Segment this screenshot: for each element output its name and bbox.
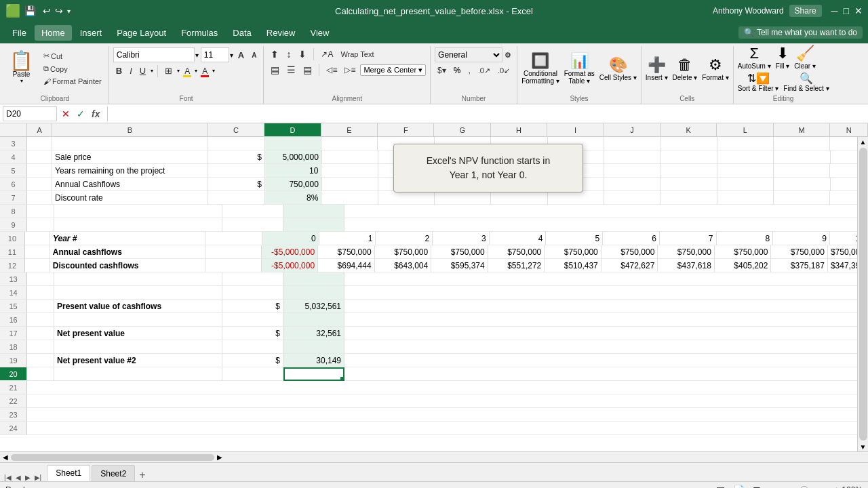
cell-J6[interactable] — [604, 178, 660, 191]
number-format-settings-icon[interactable]: ⚙ — [505, 51, 511, 60]
shrink-font-button[interactable]: A — [249, 50, 259, 60]
menu-page-layout[interactable]: Page Layout — [110, 25, 173, 41]
scroll-up-button[interactable]: ▲ — [859, 137, 868, 146]
scroll-right-button[interactable]: ▶ — [217, 453, 222, 461]
cell-G12[interactable]: $595,374 — [431, 259, 488, 272]
col-header-J[interactable]: J — [604, 123, 660, 136]
underline-button[interactable]: U — [137, 64, 149, 77]
indent-dec-button[interactable]: ◁≡ — [323, 64, 340, 76]
cell-A15[interactable] — [27, 300, 54, 313]
cell-rest-22[interactable] — [27, 394, 868, 408]
cell-M7[interactable] — [774, 191, 830, 205]
cell-A5[interactable] — [27, 164, 52, 178]
font-color-button[interactable]: A — [199, 65, 210, 77]
cell-B5[interactable]: Years remaining on the project — [52, 164, 208, 178]
cell-C19[interactable]: $ — [222, 354, 283, 367]
decimal-dec-button[interactable]: .0↙ — [495, 65, 513, 77]
paste-button[interactable]: 📋 Paste ▾ — [5, 50, 37, 85]
col-header-N[interactable]: N — [830, 123, 868, 136]
align-middle-button[interactable]: ↕ — [283, 47, 294, 61]
cell-E3[interactable] — [321, 137, 378, 150]
cell-J12[interactable]: $472,627 — [601, 259, 658, 272]
cell-reference-box[interactable]: D20 — [3, 106, 57, 121]
undo-icon[interactable]: ↩ — [43, 5, 51, 16]
underline-dropdown-icon[interactable]: ▾ — [151, 68, 153, 74]
cell-C13[interactable] — [222, 272, 283, 286]
cell-L5[interactable] — [717, 164, 774, 178]
cell-B7[interactable]: Discount rate — [52, 191, 208, 205]
formula-cancel-icon[interactable]: ✕ — [60, 108, 72, 119]
cell-A7[interactable] — [27, 191, 52, 205]
align-bottom-button[interactable]: ⬇ — [296, 47, 309, 61]
fill-handle[interactable] — [340, 377, 344, 381]
cell-D6[interactable]: 750,000 — [265, 178, 322, 191]
formula-fx-icon[interactable]: fx — [90, 108, 102, 119]
scroll-thumb-h[interactable] — [11, 454, 214, 461]
scroll-thumb[interactable] — [859, 148, 867, 441]
col-header-A[interactable]: A — [27, 123, 52, 136]
cell-D10[interactable]: 0 — [262, 232, 319, 245]
row-num-9[interactable]: 9 — [0, 218, 27, 232]
row-num-7[interactable]: 7 — [0, 191, 27, 205]
cell-E4[interactable] — [322, 150, 378, 164]
redo-icon[interactable]: ↪ — [55, 5, 63, 16]
cell-D8[interactable] — [283, 205, 344, 218]
cell-A9[interactable] — [27, 218, 54, 232]
align-center-button[interactable]: ☰ — [284, 63, 298, 77]
row-num-18[interactable]: 18 — [0, 340, 27, 354]
cell-E12[interactable]: $694,444 — [318, 259, 375, 272]
sheet-nav-last[interactable]: ▶| — [33, 474, 43, 481]
cell-B20[interactable] — [54, 367, 222, 381]
cell-F10[interactable]: 2 — [376, 232, 433, 245]
cell-rest-16[interactable] — [344, 313, 868, 327]
sheet-nav-prev[interactable]: ◀ — [14, 474, 22, 481]
row-num-6[interactable]: 6 — [0, 178, 27, 191]
cell-A14[interactable] — [27, 286, 54, 300]
cell-C15[interactable]: $ — [222, 300, 283, 313]
row-num-19[interactable]: 19 — [0, 354, 27, 367]
cell-B14[interactable] — [54, 286, 222, 300]
cell-A18[interactable] — [27, 340, 54, 354]
cut-button[interactable]: ✂ Cut — [41, 50, 104, 62]
cell-D14[interactable] — [283, 286, 344, 300]
align-top-button[interactable]: ⬆ — [268, 47, 281, 61]
font-name-input[interactable] — [113, 47, 195, 62]
autosum-button[interactable]: Σ AutoSum ▾ — [738, 45, 771, 70]
cell-C18[interactable] — [222, 340, 283, 354]
sort-filter-button[interactable]: ⇅🔽 Sort & Filter ▾ — [738, 72, 779, 92]
cell-D13[interactable] — [283, 272, 344, 286]
cell-A8[interactable] — [27, 205, 54, 218]
col-header-D[interactable]: D — [264, 123, 321, 136]
col-header-M[interactable]: M — [774, 123, 830, 136]
fill-button[interactable]: ⬇ Fill ▾ — [776, 45, 790, 70]
cell-B4[interactable]: Sale price — [52, 150, 208, 164]
cell-rest-15[interactable] — [344, 300, 868, 313]
cell-D7[interactable]: 8% — [265, 191, 322, 205]
cell-L4[interactable] — [717, 150, 774, 164]
border-button[interactable]: ⊞ — [162, 64, 175, 77]
cell-I12[interactable]: $510,437 — [545, 259, 601, 272]
cell-L3[interactable] — [717, 137, 774, 150]
clear-button[interactable]: 🧹 Clear ▾ — [794, 45, 816, 70]
col-header-L[interactable]: L — [717, 123, 773, 136]
share-button[interactable]: Share — [789, 5, 822, 17]
menu-data[interactable]: Data — [226, 25, 258, 41]
page-layout-view-icon[interactable]: 📄 — [733, 485, 745, 489]
cell-A17[interactable] — [27, 327, 54, 340]
menu-home[interactable]: Home — [35, 25, 72, 41]
cell-B10[interactable]: Year # — [50, 232, 205, 245]
restore-icon[interactable]: □ — [844, 5, 849, 16]
accounting-format-button[interactable]: $▾ — [435, 64, 449, 77]
cell-K3[interactable] — [660, 137, 717, 150]
row-num-20[interactable]: 20 — [0, 367, 27, 381]
indent-inc-button[interactable]: ▷≡ — [342, 64, 358, 76]
row-num-8[interactable]: 8 — [0, 205, 27, 218]
cell-C6[interactable]: $ — [208, 178, 265, 191]
font-size-input[interactable] — [201, 47, 229, 62]
format-button[interactable]: ⚙ Format ▾ — [702, 56, 728, 81]
row-num-13[interactable]: 13 — [0, 272, 27, 286]
row-num-12[interactable]: 12 — [0, 259, 25, 272]
cell-L7[interactable] — [717, 191, 774, 205]
cell-K7[interactable] — [660, 191, 717, 205]
merge-center-button[interactable]: Merge & Center ▾ — [360, 64, 426, 76]
